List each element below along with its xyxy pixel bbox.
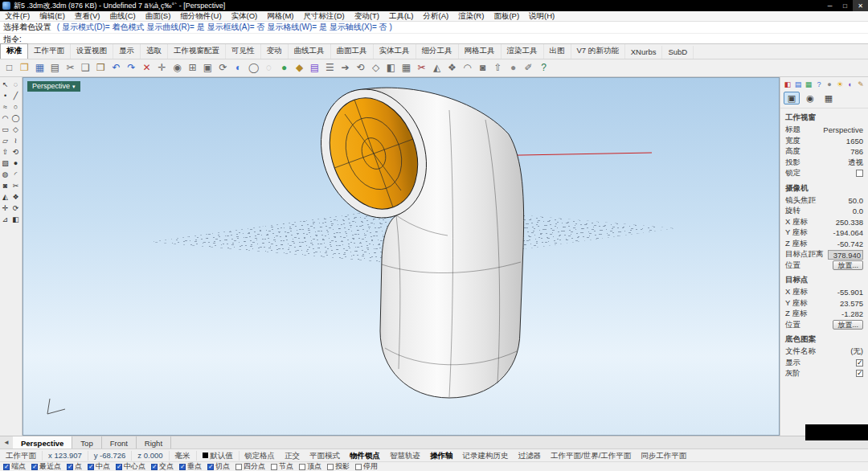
camera-z-value[interactable]: -50.742 xyxy=(837,240,863,248)
current-layer-button[interactable]: 默认值 xyxy=(197,451,240,461)
status-toggle[interactable]: 同步工作平面 xyxy=(636,451,691,461)
osnap-toggle[interactable]: 顶点 xyxy=(299,461,321,471)
print-icon[interactable]: ▤ xyxy=(47,60,63,76)
ribbon-tab[interactable]: 变动 xyxy=(261,44,289,59)
curve-tool-icon[interactable]: ≈ xyxy=(0,101,10,113)
menu-item[interactable]: 网格(M) xyxy=(262,11,298,22)
status-toggle[interactable]: 过滤器 xyxy=(514,451,547,461)
viewport-title[interactable]: Perspective▾ xyxy=(27,81,80,92)
sphere-tool-icon[interactable]: ● xyxy=(10,158,21,169)
boolean-union-icon[interactable]: ◙ xyxy=(0,180,10,191)
extrude-tool-icon[interactable]: ⇧ xyxy=(0,146,10,158)
status-toggle[interactable]: 工作平面/世界/工作平面 xyxy=(546,451,636,461)
trim-icon[interactable]: ✂ xyxy=(414,60,429,76)
layers-tab-icon[interactable]: ▤ xyxy=(794,80,802,88)
join-icon[interactable]: ❖ xyxy=(444,60,460,76)
viewport-tab[interactable]: Perspective xyxy=(13,436,72,448)
menu-item[interactable]: 说明(H) xyxy=(524,11,559,22)
ribbon-tab[interactable]: 渲染工具 xyxy=(502,44,544,59)
camera-x-value[interactable]: 250.338 xyxy=(836,218,863,227)
close-button[interactable]: ✕ xyxy=(853,0,868,11)
delete-icon[interactable]: ✕ xyxy=(139,60,154,76)
status-toggle[interactable]: 记录建构历史 xyxy=(458,451,514,461)
lights-tab-icon[interactable]: ☀ xyxy=(836,80,844,88)
camera-icon[interactable]: ◉ xyxy=(802,92,818,104)
osnap-toggle[interactable]: 最近点 xyxy=(31,461,61,471)
split-icon[interactable]: ◭ xyxy=(429,60,444,76)
zoom-icon[interactable]: ◉ xyxy=(170,60,185,76)
redo-icon[interactable]: ↷ xyxy=(124,60,139,76)
ribbon-tab[interactable]: 显示 xyxy=(113,44,141,59)
paste-icon[interactable]: ❒ xyxy=(93,60,108,76)
menu-item[interactable]: 曲线(C) xyxy=(104,11,140,22)
ribbon-tab[interactable]: 网格工具 xyxy=(459,44,502,59)
sphere-icon[interactable]: ● xyxy=(506,60,521,76)
place-target-button[interactable]: 放置... xyxy=(833,320,863,330)
ribbon-tab[interactable]: 出图 xyxy=(544,44,571,59)
move-tool-icon[interactable]: ✛ xyxy=(0,203,10,214)
ribbon-tab[interactable]: 选取 xyxy=(141,44,168,59)
maximize-button[interactable]: □ xyxy=(837,0,853,11)
lock-object-icon[interactable]: ◆ xyxy=(292,60,307,76)
display-tab-icon[interactable]: ▦ xyxy=(805,80,813,88)
target-distance-field[interactable]: 378.940 xyxy=(828,250,863,260)
osnap-toggle[interactable]: 交点 xyxy=(151,461,174,471)
viewport-tab[interactable]: Top xyxy=(72,436,101,448)
menu-item[interactable]: 编辑(E) xyxy=(35,11,70,22)
select-arrow-icon[interactable]: ↖ xyxy=(0,79,10,90)
cplane-selector[interactable]: 工作平面 xyxy=(0,451,43,461)
hide-object-icon[interactable]: ◌ xyxy=(261,60,276,76)
mirror-icon[interactable]: ◧ xyxy=(383,60,399,76)
wallpaper-icon[interactable]: ▦ xyxy=(821,92,837,104)
menu-item[interactable]: 面板(P) xyxy=(489,11,524,22)
lock-checkbox[interactable] xyxy=(856,170,863,177)
osnap-toggle[interactable]: 节点 xyxy=(271,461,293,471)
status-toggle[interactable]: 物件锁点 xyxy=(345,451,385,461)
menu-item[interactable]: 文件(F) xyxy=(0,11,35,22)
ribbon-tab[interactable]: 细分工具 xyxy=(416,44,459,59)
camera-y-value[interactable]: -194.064 xyxy=(833,228,863,237)
undo-icon[interactable]: ↶ xyxy=(108,60,124,76)
box-tool-icon[interactable]: ▧ xyxy=(0,158,10,169)
measure-icon[interactable]: ✐ xyxy=(521,60,536,76)
sweep-tool-icon[interactable]: ≀ xyxy=(10,135,21,146)
point-tool-icon[interactable]: • xyxy=(0,90,10,101)
fillet-icon[interactable]: ◠ xyxy=(460,60,475,76)
osnap-toggle[interactable]: 垂点 xyxy=(179,461,202,471)
properties-tab-icon[interactable]: ◧ xyxy=(784,80,792,88)
perspective-viewport[interactable]: Perspective▾ xyxy=(23,77,780,436)
split-tool-icon[interactable]: ◭ xyxy=(0,191,10,203)
status-toggle[interactable]: 智慧轨迹 xyxy=(385,451,425,461)
array-icon[interactable]: ▦ xyxy=(399,60,414,76)
cylinder-tool-icon[interactable]: ◍ xyxy=(0,169,10,180)
status-toggle[interactable]: 正交 xyxy=(280,451,305,461)
show-object-icon[interactable]: ● xyxy=(276,60,292,76)
rotate-icon[interactable]: ⟲ xyxy=(353,60,368,76)
menu-item[interactable]: 细分物件(U) xyxy=(175,11,226,22)
target-z-value[interactable]: -1.282 xyxy=(841,309,863,318)
ribbon-tab[interactable]: 可见性 xyxy=(226,44,261,59)
osnap-toggle[interactable]: 中点 xyxy=(88,461,110,471)
ellipse-tool-icon[interactable]: ◯ xyxy=(10,113,21,124)
ribbon-tab[interactable]: 设置视图 xyxy=(71,44,113,59)
ribbon-tab[interactable]: 工作平面 xyxy=(28,44,71,59)
target-y-value[interactable]: 23.575 xyxy=(840,299,863,308)
notes-tab-icon[interactable]: ✎ xyxy=(857,80,865,88)
wallpaper-filename-value[interactable]: (无) xyxy=(850,346,863,357)
projection-value[interactable]: 透视 xyxy=(848,158,863,168)
ribbon-tab[interactable]: XNurbs xyxy=(625,46,663,59)
circle-tool-icon[interactable]: ○ xyxy=(10,101,21,113)
menu-item[interactable]: 渲染(R) xyxy=(453,11,489,22)
viewport-tab[interactable]: Front xyxy=(102,436,137,448)
object-properties-icon[interactable]: ☰ xyxy=(322,60,338,76)
surface-tool-icon[interactable]: ▱ xyxy=(0,135,10,146)
wallpaper-grayscale-checkbox[interactable] xyxy=(856,370,863,377)
status-toggle[interactable]: 平面模式 xyxy=(305,451,345,461)
command-input[interactable]: 指令: xyxy=(0,33,868,44)
rotate-tool-icon[interactable]: ⟳ xyxy=(10,203,21,214)
menu-item[interactable]: 曲面(S) xyxy=(141,11,176,22)
menu-item[interactable]: 变动(T) xyxy=(350,11,384,22)
join-tool-icon[interactable]: ❖ xyxy=(10,191,21,203)
menu-item[interactable]: 实体(O) xyxy=(227,11,263,22)
scale-tool-icon[interactable]: ⊿ xyxy=(0,214,10,225)
